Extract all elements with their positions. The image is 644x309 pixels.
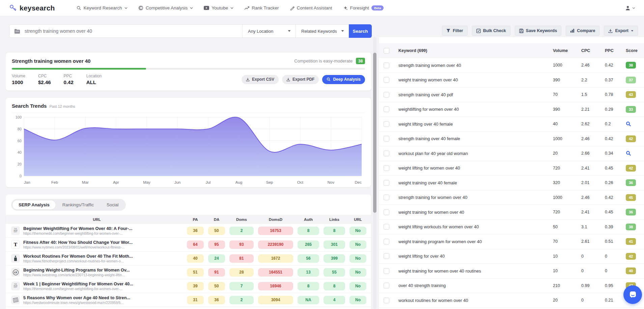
keyword-score-badge[interactable]: 42 xyxy=(626,165,636,172)
keyword-text[interactable]: weight training women over 40 xyxy=(398,77,553,82)
result-url[interactable]: https://www.nytimes.com/2023/08/01/well/… xyxy=(23,246,133,249)
brand-logo[interactable]: keysearch xyxy=(9,4,55,12)
keyword-score-badge[interactable]: 36 xyxy=(626,179,636,186)
vertical-scrollbar[interactable] xyxy=(373,37,376,309)
check-score-magnifier-icon[interactable] xyxy=(626,151,641,156)
keyword-checkbox[interactable] xyxy=(384,253,389,259)
bulk-check-button[interactable]: Bulk Check xyxy=(472,26,510,36)
keyword-score-badge[interactable]: 42 xyxy=(626,135,636,142)
filter-button[interactable]: Filter xyxy=(442,26,468,36)
keyword-text[interactable]: weight training for women over 40 routin… xyxy=(398,268,553,274)
keyword-checkbox[interactable] xyxy=(384,209,389,215)
keyword-cpc: 2.21 xyxy=(581,107,605,112)
keyword-text[interactable]: weightlifting for women over 40 xyxy=(398,107,553,112)
keyword-checkbox[interactable] xyxy=(384,92,389,98)
export-pdf-button[interactable]: Export PDF xyxy=(282,75,319,84)
result-title[interactable]: 5 Reasons Why Women over Age 40 Need to … xyxy=(23,295,130,300)
location-select[interactable]: Any Location xyxy=(242,25,296,37)
keyword-text[interactable]: workout plan for 40 year old woman xyxy=(398,151,553,156)
keyword-checkbox[interactable] xyxy=(384,239,389,244)
keyword-checkbox[interactable] xyxy=(384,77,389,83)
keyword-text[interactable]: over 40 strength training xyxy=(398,283,553,288)
nav-item-foresight[interactable]: Foresight Beta xyxy=(343,5,384,10)
nav-item-rank-tracker[interactable]: Rank Tracker xyxy=(244,5,279,10)
keyword-text[interactable]: weight training over 40 female xyxy=(398,180,553,185)
keyword-score-badge[interactable]: 45 xyxy=(626,194,636,201)
saved-lists-button[interactable] xyxy=(9,29,25,34)
keyword-checkbox[interactable] xyxy=(384,62,389,68)
select-all-checkbox[interactable] xyxy=(384,48,389,54)
keyword-text[interactable]: weight lifting workouts for women over 4… xyxy=(398,224,553,229)
result-title[interactable]: Workout Routines For Women Over 40 The F… xyxy=(23,254,133,259)
result-title[interactable]: Week 1 | Beginner Weightlifting For Wome… xyxy=(23,281,133,286)
live-chat-button[interactable] xyxy=(623,285,642,304)
deep-analysis-button[interactable]: Deep Analysis xyxy=(322,75,365,84)
result-url[interactable]: https://www.livestrong.com/article/23071… xyxy=(23,273,130,277)
keyword-score-badge[interactable]: 43 xyxy=(626,91,636,98)
beta-badge: Beta xyxy=(371,5,384,10)
keyword-checkbox[interactable] xyxy=(384,136,389,141)
keyword-checkbox[interactable] xyxy=(384,106,389,112)
keyword-score-badge[interactable]: 41 xyxy=(626,238,636,245)
keyword-text[interactable]: weight lifting over 40 female xyxy=(398,122,553,127)
keyword-cpc: 2.41 xyxy=(581,210,605,214)
check-score-magnifier-icon[interactable] xyxy=(626,121,641,127)
result-title[interactable]: Beginning Weight-Lifting Programs for Wo… xyxy=(23,267,130,273)
doms-badge: 2 xyxy=(229,296,254,304)
keyword-ppc: 0 xyxy=(605,254,626,259)
nav-item-content-assistant[interactable]: Content Assistant xyxy=(290,5,332,10)
keyword-checkbox[interactable] xyxy=(384,121,389,127)
keyword-checkbox[interactable] xyxy=(384,180,389,186)
tab-social[interactable]: Social xyxy=(100,200,125,210)
save-keywords-button[interactable]: Save Keywords xyxy=(515,26,561,36)
nav-item-competitive-analysis[interactable]: Competitive Analysis xyxy=(138,5,193,10)
keyword-checkbox[interactable] xyxy=(384,195,389,200)
keyword-volume: 1000 xyxy=(553,136,581,141)
search-button[interactable]: Search xyxy=(349,24,372,38)
tab-serp-analysis[interactable]: SERP Analysis xyxy=(12,200,56,210)
keyword-score-badge[interactable]: 36 xyxy=(626,209,636,215)
links-badge: 301 xyxy=(324,240,345,249)
keyword-text[interactable]: workout routines for women over 40 xyxy=(398,298,553,303)
da-badge: 50 xyxy=(208,282,225,290)
keyword-text[interactable]: weight training for women over 40 xyxy=(398,210,553,215)
nav-item-youtube[interactable]: Youtube xyxy=(204,5,233,10)
keyword-checkbox[interactable] xyxy=(384,298,389,303)
svg-text:May: May xyxy=(143,180,150,184)
scrollbar-thumb[interactable] xyxy=(373,53,376,213)
keyword-volume: 390 xyxy=(553,107,581,112)
export-csv-button[interactable]: Export CSV xyxy=(242,75,279,84)
result-url[interactable]: https://www.fitmotherproject.com/workout… xyxy=(23,259,133,263)
keyword-checkbox[interactable] xyxy=(384,165,389,171)
search-input[interactable] xyxy=(25,25,242,37)
keyword-score-badge[interactable]: 38 xyxy=(626,224,636,230)
keyword-checkbox[interactable] xyxy=(384,268,389,274)
keyword-checkbox[interactable] xyxy=(384,224,389,230)
result-title[interactable]: Beginner Weightlifting For Women Over 40… xyxy=(23,226,133,231)
keyword-score-badge[interactable]: 40 xyxy=(626,267,636,274)
keyword-text[interactable]: weight lifting for women over 40 xyxy=(398,165,553,171)
nav-item-keyword-research[interactable]: Keyword Research xyxy=(77,5,128,10)
keyword-checkbox[interactable] xyxy=(384,283,389,288)
keyword-score-badge[interactable]: 33 xyxy=(626,106,636,113)
keyword-text[interactable]: weight training program for women over 4… xyxy=(398,239,553,244)
keyword-text[interactable]: strength training over 40 pdf xyxy=(398,92,553,97)
keyword-text[interactable]: strength training for women over 40 xyxy=(398,195,553,200)
result-url[interactable]: https://themomedit.com/beginner-weightli… xyxy=(23,232,133,235)
result-title[interactable]: Fitness After 40: How You Should Change … xyxy=(23,240,133,245)
tab-rankings-traffic[interactable]: Rankings/Traffic xyxy=(56,200,100,210)
keyword-text[interactable]: weight lifting for over 40 xyxy=(398,254,553,259)
export-button[interactable]: Export xyxy=(604,26,638,36)
keyword-text[interactable]: strength training over 40 female xyxy=(398,136,553,141)
account-menu[interactable] xyxy=(625,5,635,11)
result-url[interactable]: https://themomedit.com/beginner-weightli… xyxy=(23,287,133,291)
keyword-score-badge[interactable]: 38 xyxy=(626,62,636,69)
compare-button[interactable]: Compare xyxy=(566,26,599,36)
keyword-checkbox[interactable] xyxy=(384,151,389,156)
keyword-score-badge[interactable]: 37 xyxy=(626,77,636,83)
keyword-text[interactable]: strength training women over 40 xyxy=(398,63,553,68)
keyword-score-badge[interactable]: 42 xyxy=(626,253,636,260)
keyword-type-select[interactable]: Related Keywords xyxy=(296,25,349,37)
stat-value: 0.42 xyxy=(64,79,74,85)
result-url[interactable]: https://westwoodminute.town.news/g/westw… xyxy=(23,301,130,305)
